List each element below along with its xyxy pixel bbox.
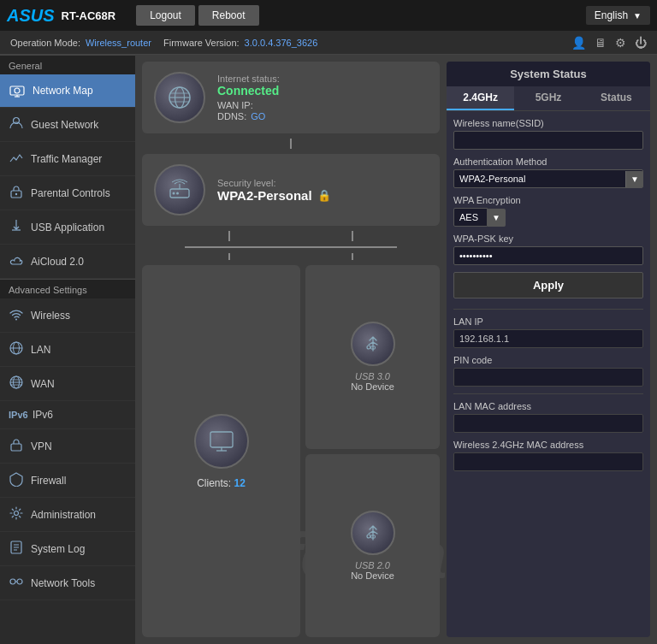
sidebar-item-label: AiCloud 2.0 bbox=[31, 256, 84, 268]
network-tools-icon bbox=[9, 574, 24, 592]
sidebar-item-parental-controls[interactable]: Parental Controls bbox=[0, 176, 135, 210]
language-selector[interactable]: English ▼ bbox=[586, 6, 650, 25]
usb30-box[interactable]: USB 3.0 No Device bbox=[305, 265, 440, 449]
language-label: English bbox=[595, 9, 628, 21]
ss-title: System Status bbox=[447, 62, 650, 86]
usb-application-icon bbox=[9, 218, 24, 236]
user-icon[interactable]: 👤 bbox=[571, 36, 586, 50]
usb-icon bbox=[361, 332, 385, 356]
settings-icon[interactable]: ⚙ bbox=[615, 36, 626, 50]
sidebar-item-label: System Log bbox=[31, 543, 85, 555]
connector-branch bbox=[142, 231, 440, 241]
content-area: portforward In bbox=[135, 55, 657, 644]
usb20-label: USB 2.0 bbox=[355, 560, 390, 570]
usb-column: USB 3.0 No Device bbox=[305, 265, 440, 637]
header: ASUS RT-AC68R Logout Reboot English ▼ bbox=[0, 0, 657, 31]
system-log-icon bbox=[9, 540, 24, 558]
lan-mac-field: LAN MAC address bbox=[453, 401, 643, 433]
sidebar-item-label: VPN bbox=[31, 440, 52, 452]
sidebar-item-system-log[interactable]: System Log bbox=[0, 532, 135, 566]
traffic-manager-icon bbox=[9, 150, 24, 168]
security-box: Security level: WPA2-Personal 🔒 bbox=[142, 154, 440, 226]
security-label: Security level: bbox=[217, 178, 331, 188]
firmware-link[interactable]: 3.0.0.4.376_3626 bbox=[245, 38, 318, 48]
ssid-input[interactable] bbox=[453, 131, 643, 150]
usb30-icon-circle bbox=[351, 322, 395, 366]
logo: ASUS RT-AC68R bbox=[7, 6, 115, 26]
operation-mode-label: Operation Mode: bbox=[10, 38, 80, 48]
svg-point-7 bbox=[15, 319, 17, 321]
clients-box[interactable]: Clients: 12 bbox=[142, 265, 300, 637]
sidebar-item-aicloud[interactable]: AiCloud 2.0 bbox=[0, 245, 135, 279]
security-info: Security level: WPA2-Personal 🔒 bbox=[217, 178, 331, 203]
pin-code-field: PIN code bbox=[453, 355, 643, 387]
sidebar-item-guest-network[interactable]: Guest Network bbox=[0, 108, 135, 142]
wpa-psk-label: WPA-PSK key bbox=[453, 233, 643, 244]
apply-button[interactable]: Apply bbox=[453, 272, 643, 298]
tab-5ghz[interactable]: 5GHz bbox=[514, 86, 582, 110]
sidebar-item-wan[interactable]: WAN bbox=[0, 367, 135, 401]
router-icon bbox=[165, 175, 194, 204]
sidebar-item-vpn[interactable]: VPN bbox=[0, 429, 135, 464]
network-icon[interactable]: 🖥 bbox=[595, 36, 607, 50]
sidebar-item-label: Parental Controls bbox=[31, 187, 110, 199]
svg-point-17 bbox=[15, 511, 19, 516]
sidebar-item-wireless[interactable]: Wireless bbox=[0, 298, 135, 333]
reboot-button[interactable]: Reboot bbox=[198, 5, 259, 26]
sidebar-item-network-map[interactable]: Network Map bbox=[0, 74, 135, 108]
sidebar-item-ipv6[interactable]: IPv6 IPv6 bbox=[0, 401, 135, 429]
sidebar-item-label: Traffic Manager bbox=[31, 153, 102, 165]
internet-icon-circle bbox=[154, 72, 205, 123]
monitor-icon bbox=[207, 427, 236, 456]
connector-branch-2 bbox=[142, 253, 440, 260]
guest-network-icon bbox=[9, 115, 24, 133]
ssid-label: Wireless name(SSID) bbox=[453, 118, 643, 128]
globe-icon bbox=[166, 84, 193, 111]
header-nav: Logout Reboot bbox=[136, 5, 258, 26]
internet-status-label: Internet status: bbox=[217, 74, 280, 84]
usb20-icon-circle bbox=[351, 511, 395, 555]
ddns-label: DDNS: bbox=[217, 111, 246, 121]
auth-method-select[interactable]: WPA2-Personal WPA-Personal WPA2-Enterpri… bbox=[453, 169, 643, 188]
svg-point-31 bbox=[173, 192, 175, 195]
usb30-label: USB 3.0 bbox=[355, 371, 390, 381]
usb20-box[interactable]: USB 2.0 No Device bbox=[305, 454, 440, 638]
sidebar-item-usb-application[interactable]: USB Application bbox=[0, 210, 135, 245]
main-layout: General Network Map Guest Network Traffi… bbox=[0, 55, 657, 644]
administration-icon bbox=[9, 505, 24, 523]
sidebar-item-administration[interactable]: Administration bbox=[0, 498, 135, 532]
wpa-psk-input[interactable] bbox=[453, 246, 643, 265]
wpa-enc-input[interactable] bbox=[453, 208, 488, 227]
sidebar-item-label: LAN bbox=[31, 344, 50, 356]
sidebar-item-traffic-manager[interactable]: Traffic Manager bbox=[0, 142, 135, 176]
sidebar-item-firewall[interactable]: Firewall bbox=[0, 464, 135, 498]
wireless-mac-value bbox=[453, 452, 643, 471]
svg-rect-16 bbox=[11, 444, 21, 451]
sidebar-item-network-tools[interactable]: Network Tools bbox=[0, 566, 135, 600]
network-map-icon bbox=[9, 82, 26, 99]
auth-method-label: Authentication Method bbox=[453, 157, 643, 167]
svg-point-1 bbox=[15, 88, 20, 93]
lan-ip-field: LAN IP 192.168.1.1 bbox=[453, 316, 643, 348]
ddns-link[interactable]: GO bbox=[251, 111, 265, 121]
power-icon[interactable]: ⏻ bbox=[635, 36, 647, 50]
operation-mode-link[interactable]: Wireless_router bbox=[86, 38, 151, 48]
clients-count: 12 bbox=[234, 477, 246, 489]
asus-logo: ASUS bbox=[7, 6, 55, 26]
ss-divider-1 bbox=[453, 309, 643, 310]
aicloud-icon bbox=[9, 252, 24, 270]
pin-code-label: PIN code bbox=[453, 355, 643, 365]
lan-icon bbox=[9, 340, 24, 358]
tab-24ghz[interactable]: 2.4GHz bbox=[447, 86, 514, 110]
wireless-mac-label: Wireless 2.4GHz MAC address bbox=[453, 440, 643, 450]
tab-status[interactable]: Status bbox=[583, 86, 650, 110]
logout-button[interactable]: Logout bbox=[136, 5, 195, 26]
internet-box: Internet status: Connected WAN IP: DDNS:… bbox=[142, 62, 440, 133]
wpa-enc-field: WPA Encryption ▼ bbox=[453, 195, 643, 227]
firmware-label: Firmware Version: bbox=[163, 38, 240, 48]
sidebar-item-label: Network Tools bbox=[31, 577, 95, 589]
firewall-icon bbox=[9, 471, 24, 489]
sidebar-item-lan[interactable]: LAN bbox=[0, 333, 135, 367]
router-icon-circle bbox=[154, 164, 205, 216]
wpa-enc-arrow[interactable]: ▼ bbox=[488, 209, 506, 227]
